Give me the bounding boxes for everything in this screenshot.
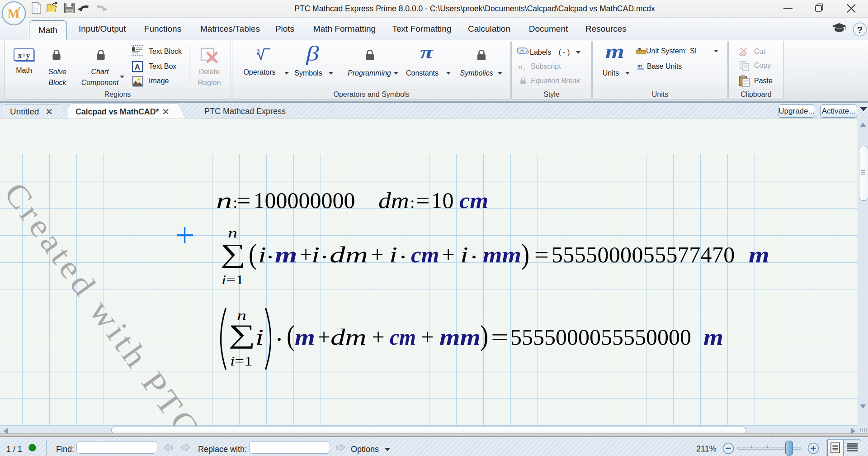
svg-text:A: A: [135, 63, 140, 71]
svg-text:M: M: [8, 6, 20, 21]
svg-text:m: m: [520, 48, 524, 53]
svg-text:x+y: x+y: [18, 51, 30, 60]
svg-text:3: 3: [257, 47, 260, 54]
svg-text:m: m: [637, 62, 642, 69]
svg-text:?: ?: [857, 24, 863, 35]
